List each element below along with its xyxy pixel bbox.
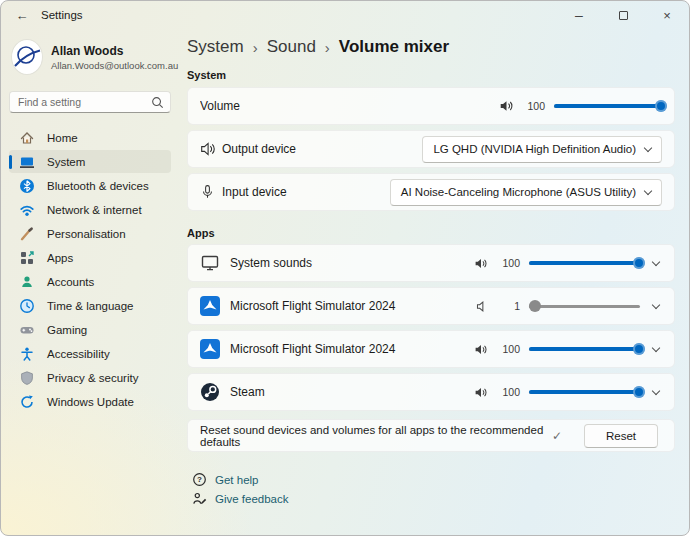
app-volume-slider[interactable] [529,299,640,313]
breadcrumb-separator-icon: › [325,39,330,56]
output-device-value: LG QHD (NVIDIA High Definition Audio) [433,143,636,155]
app-mute-toggle[interactable] [470,300,492,313]
reset-row: Reset sound devices and volumes for all … [187,419,675,452]
reset-description: Reset sound devices and volumes for all … [200,424,552,448]
slider-thumb[interactable] [655,100,667,112]
app-volume-slider[interactable] [529,256,640,270]
chevron-down-icon [644,143,652,151]
output-device-label: Output device [222,142,422,156]
app-volume-row: Steam 100 [187,373,675,411]
sidebar-item[interactable]: Bluetooth & devices [9,174,171,197]
expand-chevron-icon[interactable] [652,257,660,265]
app-volume-slider[interactable] [529,385,640,399]
input-device-dropdown[interactable]: AI Noise-Canceling Microphone (ASUS Util… [390,179,662,206]
sidebar-item[interactable]: Privacy & security [9,366,171,389]
apps-list: System sounds 100 [187,244,675,411]
sidebar-item[interactable]: Network & internet [9,198,171,221]
sidebar-item[interactable]: Accounts [9,270,171,293]
main-content: System › Sound › Volume mixer System Vol… [179,29,689,535]
app-name: Steam [230,385,470,399]
sidebar-item[interactable]: System [9,150,171,173]
app-name: Microsoft Flight Simulator 2024 [230,299,470,313]
steam-icon [200,382,220,402]
avatar [11,39,43,75]
monitor-icon [200,253,220,273]
give-feedback-icon [192,491,207,506]
brush-icon [19,226,35,242]
sidebar-item-label: Time & language [47,300,134,312]
wifi-icon [19,202,35,218]
sidebar-item-label: Bluetooth & devices [47,180,149,192]
reset-button[interactable]: Reset [584,424,658,448]
breadcrumb-separator-icon: › [253,39,258,56]
system-section-label: System [187,69,675,81]
sidebar-item[interactable]: Personalisation [9,222,171,245]
minimize-icon: – [575,10,583,20]
slider-thumb[interactable] [529,300,541,312]
sidebar-item[interactable]: Gaming [9,318,171,341]
sidebar-item[interactable]: Home [9,126,171,149]
sidebar-item[interactable]: Accessibility [9,342,171,365]
app-volume-value: 100 [496,257,520,269]
app-volume-value: 100 [496,343,520,355]
close-button[interactable]: × [645,1,689,29]
app-mute-toggle[interactable] [470,257,492,270]
title-bar: ← Settings – × [1,1,689,29]
system-volume-row: Volume 100 [187,87,675,125]
gamepad-icon [19,322,35,338]
sidebar-item-label: Gaming [47,324,87,336]
slider-fill [529,261,640,265]
footer-link[interactable]: ? Get help [191,470,675,489]
sidebar-item-label: Privacy & security [47,372,138,384]
search-icon[interactable] [151,95,164,113]
breadcrumb-sound[interactable]: Sound [267,37,316,57]
app-volume-row: Microsoft Flight Simulator 2024 1 [187,287,675,325]
home-icon [19,130,35,146]
sidebar-item-label: Windows Update [47,396,134,408]
sidebar-item[interactable]: Windows Update [9,390,171,413]
app-mute-toggle[interactable] [470,386,492,399]
breadcrumb-system[interactable]: System [187,37,244,57]
maximize-icon [619,11,628,20]
app-volume-value: 1 [496,300,520,312]
accessibility-icon [19,346,35,362]
selected-indicator [9,155,12,169]
sidebar-item-label: Accounts [47,276,94,288]
expand-chevron-icon[interactable] [652,300,660,308]
slider-fill [529,390,640,394]
microphone-icon [200,184,222,200]
user-account[interactable]: Allan Woods Allan.Woods@outlook.com.au [1,37,179,85]
slider-fill [554,104,662,108]
minimize-button[interactable]: – [557,1,601,29]
back-button[interactable]: ← [7,8,37,23]
checkmark-icon: ✓ [552,429,562,443]
output-device-dropdown[interactable]: LG QHD (NVIDIA High Definition Audio) [422,136,662,163]
search-input[interactable] [9,91,171,113]
maximize-button[interactable] [601,1,645,29]
person-icon [19,274,35,290]
app-mute-toggle[interactable] [470,343,492,356]
system-icon [19,154,35,170]
flight-simulator-icon [200,339,220,359]
app-name: Microsoft Flight Simulator 2024 [230,342,470,356]
slider-thumb[interactable] [633,343,645,355]
slider-thumb[interactable] [633,257,645,269]
slider-thumb[interactable] [633,386,645,398]
sidebar-item-label: Home [47,132,78,144]
footer-link-label: Get help [215,474,258,486]
breadcrumb: System › Sound › Volume mixer [187,37,675,57]
get-help-icon: ? [192,472,207,487]
expand-chevron-icon[interactable] [652,386,660,394]
app-name: System sounds [230,256,470,270]
settings-window: ← Settings – × Allan Woods Allan.Woods@o… [0,0,690,536]
sidebar-item[interactable]: Time & language [9,294,171,317]
sidebar-item[interactable]: Apps [9,246,171,269]
slider-fill [529,347,640,351]
speaker-icon[interactable] [495,99,517,113]
volume-slider[interactable] [554,99,662,113]
app-volume-slider[interactable] [529,342,640,356]
speaker-icon [474,343,488,356]
expand-chevron-icon[interactable] [652,343,660,351]
chevron-down-icon [644,186,652,194]
footer-link[interactable]: Give feedback [191,489,675,508]
